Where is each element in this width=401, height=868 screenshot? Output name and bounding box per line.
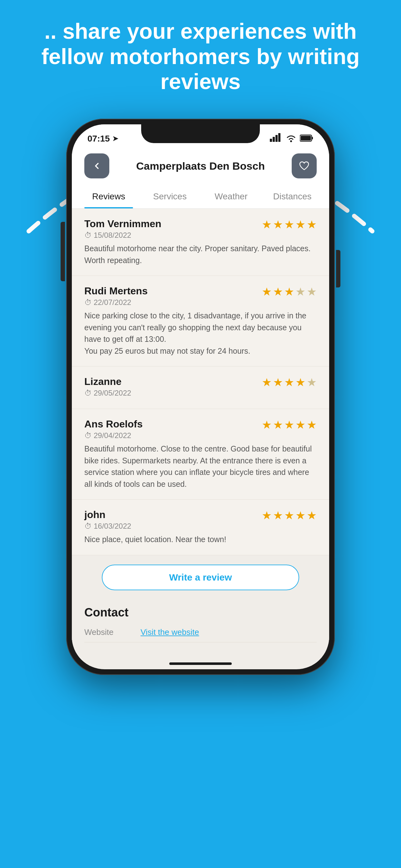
- contact-section: Contact Website Visit the website: [72, 599, 329, 642]
- clock-icon: ⏱: [84, 298, 92, 307]
- review-text: Beautiful motorhome near the city. Prope…: [84, 243, 317, 266]
- contact-row: Website Visit the website: [84, 622, 317, 642]
- signal-icon: [270, 133, 282, 144]
- phone-device: 07:15 ➤: [66, 119, 335, 675]
- star-rating: ★ ★ ★ ★ ★: [262, 376, 317, 389]
- svg-rect-1: [273, 137, 275, 142]
- write-review-section: Write a review: [72, 555, 329, 599]
- app-header: Camperplaats Den Bosch: [72, 147, 329, 185]
- volume-up-button: [61, 222, 65, 247]
- reviewer-name: Lizanne: [84, 376, 131, 388]
- navigation-icon: ➤: [112, 135, 118, 143]
- review-item: Rudi Mertens ⏱ 22/07/2022 ★ ★ ★ ★ ★: [72, 276, 329, 367]
- wifi-icon: [286, 134, 297, 144]
- time-display: 07:15: [88, 134, 110, 144]
- home-indicator-container: [72, 642, 329, 661]
- reviewer-name: Tom Vernimmen: [84, 218, 162, 230]
- volume-down-button: [61, 256, 65, 281]
- review-item: Ans Roelofs ⏱ 29/04/2022 ★ ★ ★ ★ ★: [72, 409, 329, 500]
- contact-website-link[interactable]: Visit the website: [140, 627, 199, 637]
- clock-icon: ⏱: [84, 522, 92, 531]
- tab-reviews[interactable]: Reviews: [78, 185, 139, 208]
- page-title: Camperplaats Den Bosch: [136, 160, 265, 172]
- power-button: [336, 250, 340, 287]
- star-4: ★: [295, 218, 305, 231]
- star-5: ★: [307, 218, 317, 231]
- status-time: 07:15 ➤: [88, 134, 118, 144]
- battery-icon: [300, 134, 313, 143]
- home-indicator: [169, 662, 232, 665]
- tab-services[interactable]: Services: [139, 185, 201, 208]
- review-date: ⏱ 16/03/2022: [84, 522, 131, 531]
- star-rating: ★ ★ ★ ★ ★: [262, 218, 317, 231]
- review-date: ⏱ 29/05/2022: [84, 389, 131, 398]
- svg-rect-0: [270, 139, 272, 142]
- review-item: Tom Vernimmen ⏱ 15/08/2022 ★ ★ ★ ★ ★: [72, 209, 329, 276]
- review-date: ⏱ 22/07/2022: [84, 298, 148, 307]
- tab-distances[interactable]: Distances: [262, 185, 323, 208]
- svg-rect-7: [301, 135, 311, 140]
- reviewer-name: john: [84, 509, 131, 521]
- svg-rect-2: [275, 135, 278, 142]
- back-button[interactable]: [84, 153, 109, 178]
- tab-weather[interactable]: Weather: [201, 185, 262, 208]
- review-date: ⏱ 29/04/2022: [84, 431, 143, 440]
- review-text: Nice parking close to the city, 1 disadv…: [84, 310, 317, 357]
- star-3: ★: [284, 218, 294, 231]
- review-item: john ⏱ 16/03/2022 ★ ★ ★ ★ ★: [72, 500, 329, 555]
- star-rating: ★ ★ ★ ★ ★: [262, 285, 317, 299]
- star-1: ★: [262, 218, 272, 231]
- star-rating: ★ ★ ★ ★ ★: [262, 418, 317, 432]
- reviews-list: Tom Vernimmen ⏱ 15/08/2022 ★ ★ ★ ★ ★: [72, 209, 329, 666]
- favorite-button[interactable]: [292, 153, 317, 178]
- review-text: Beautiful motorhome. Close to the centre…: [84, 443, 317, 490]
- clock-icon: ⏱: [84, 231, 92, 240]
- clock-icon: ⏱: [84, 389, 92, 398]
- star-2: ★: [273, 218, 283, 231]
- phone-screen: 07:15 ➤: [72, 124, 329, 669]
- review-text: Nice place, quiet location. Near the tow…: [84, 534, 317, 546]
- contact-title: Contact: [84, 606, 317, 619]
- reviewer-name: Ans Roelofs: [84, 418, 143, 430]
- write-review-button[interactable]: Write a review: [102, 565, 299, 590]
- review-item: Lizanne ⏱ 29/05/2022 ★ ★ ★ ★ ★: [72, 367, 329, 409]
- svg-rect-3: [278, 133, 280, 142]
- notch: [141, 124, 260, 143]
- clock-icon: ⏱: [84, 431, 92, 440]
- star-rating: ★ ★ ★ ★ ★: [262, 509, 317, 522]
- svg-rect-6: [312, 137, 313, 140]
- contact-label: Website: [84, 627, 134, 637]
- review-date: ⏱ 15/08/2022: [84, 231, 162, 240]
- tab-bar: Reviews Services Weather Distances: [72, 185, 329, 209]
- reviewer-name: Rudi Mertens: [84, 285, 148, 297]
- svg-point-4: [290, 140, 292, 142]
- status-icons: [270, 133, 313, 144]
- tagline: .. share your experiences with fellow mo…: [0, 19, 401, 94]
